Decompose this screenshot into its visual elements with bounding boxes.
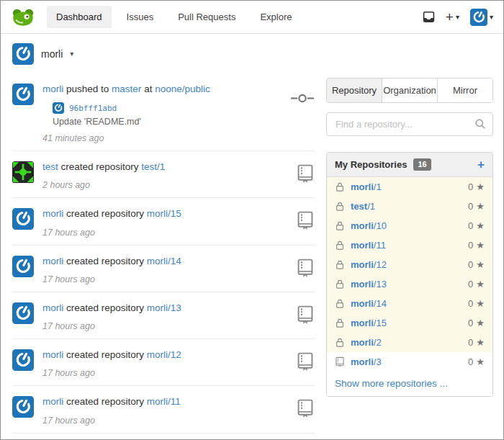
feed-item-create: morli created repository morli/12 17 hou… [12, 338, 315, 385]
nav-item-dashboard[interactable]: Dashboard [47, 6, 112, 28]
feed-timestamp: 17 hours ago [42, 228, 287, 238]
branch-link[interactable]: master [112, 84, 141, 94]
star-icon: ★ [476, 240, 485, 251]
context-username: morli [41, 48, 63, 60]
action-text: created repository [66, 256, 144, 266]
search-icon [474, 118, 486, 130]
feed-timestamp: 17 hours ago [42, 274, 287, 284]
action-text: created repository [66, 396, 144, 407]
repo-search [326, 112, 493, 136]
user-avatar[interactable] [12, 84, 34, 143]
news-feed: morli pushed to master at noone/public 9… [12, 73, 315, 440]
connector-text: at [144, 84, 152, 94]
nav-item-issues[interactable]: Issues [117, 6, 163, 28]
chevron-down-icon: ▾ [70, 50, 73, 58]
star-icon: ★ [476, 279, 485, 289]
lock-icon [335, 279, 345, 289]
tab-organization[interactable]: Organization [382, 78, 437, 102]
feed-timestamp: 41 minutes ago [42, 133, 282, 143]
actor-link[interactable]: morli [42, 302, 63, 313]
feed-item-push: morli pushed to master at noone/public 9… [12, 73, 315, 151]
commit-block: 96bfff1abd Update 'README.md' [53, 102, 282, 127]
action-text: created repository [66, 349, 144, 360]
repo-row[interactable]: morli/1 0★ [327, 177, 492, 197]
repo-link[interactable]: test/1 [141, 161, 165, 172]
repo-book-icon [335, 356, 345, 367]
create-new-menu[interactable]: + ▾ [446, 10, 459, 24]
star-count: 0★ [468, 298, 485, 309]
repo-link[interactable]: morli/11 [147, 396, 181, 407]
actor-link[interactable]: morli [42, 84, 63, 94]
feed-title: morli created repository morli/15 [42, 207, 287, 220]
action-text: created repository [61, 161, 139, 172]
context-switcher[interactable]: morli ▾ [1, 34, 503, 71]
commit-hash-link[interactable]: 96bfff1abd [69, 104, 117, 113]
sidebar: Repository Organization Mirror My Reposi… [326, 73, 493, 397]
repo-link[interactable]: noone/public [155, 84, 210, 94]
dashboard-content: morli pushed to master at noone/public 9… [1, 71, 503, 440]
repo-link[interactable]: morli/15 [147, 208, 181, 219]
star-icon: ★ [476, 201, 485, 212]
feed-item-create: morli created repository morli/14 17 hou… [12, 245, 315, 292]
repo-row[interactable]: morli/14 0★ [327, 294, 492, 313]
actor-link[interactable]: morli [42, 208, 63, 219]
user-avatar[interactable] [12, 208, 34, 237]
repo-row[interactable]: morli/2 0★ [327, 333, 492, 352]
action-text: created repository [66, 208, 144, 219]
search-input[interactable] [326, 112, 493, 136]
repo-book-icon [296, 398, 315, 425]
action-text: pushed to [66, 84, 109, 94]
nav-item-pull-requests[interactable]: Pull Requests [168, 6, 245, 28]
repo-row[interactable]: morli/12 0★ [327, 255, 492, 274]
feed-title: test created repository test/1 [42, 161, 287, 174]
tab-repository[interactable]: Repository [327, 78, 382, 102]
commit-line: 96bfff1abd [53, 102, 282, 114]
star-count: 0★ [468, 220, 485, 231]
star-count: 0★ [468, 356, 485, 367]
feed-item-create: morli created repository morli/11 17 hou… [12, 385, 315, 432]
actor-link[interactable]: morli [42, 349, 63, 360]
actor-link[interactable]: morli [42, 256, 63, 266]
actor-link[interactable]: morli [42, 396, 63, 407]
notifications-icon[interactable] [423, 11, 435, 23]
star-count: 0★ [468, 337, 485, 348]
repo-link[interactable]: morli/13 [147, 302, 181, 313]
user-avatar [470, 9, 487, 26]
lock-icon [335, 259, 345, 270]
repo-link[interactable]: morli/14 [147, 256, 181, 266]
star-count: 0★ [468, 201, 485, 212]
user-menu[interactable]: ▾ [470, 9, 493, 26]
show-more-link[interactable]: Show more repositories ... [335, 378, 448, 389]
my-repositories-panel: My Repositories 16 + morli/1 0★ test/1 0… [326, 152, 493, 397]
feed-timestamp: 2 hours ago [42, 180, 287, 190]
user-avatar[interactable] [12, 302, 34, 331]
lock-icon [335, 318, 345, 328]
feed-title: morli created repository morli/12 [42, 349, 287, 362]
user-avatar[interactable] [12, 256, 34, 284]
repo-row[interactable]: test/1 0★ [327, 197, 492, 216]
top-navbar: Dashboard Issues Pull Requests Explore +… [1, 1, 503, 34]
tab-mirror[interactable]: Mirror [437, 78, 492, 102]
repo-row[interactable]: morli/13 0★ [327, 274, 492, 294]
new-repo-button[interactable]: + [477, 158, 485, 171]
repo-link[interactable]: morli/12 [147, 349, 181, 360]
lock-icon [335, 298, 345, 309]
user-avatar[interactable] [12, 161, 34, 190]
feed-item-create: morli created repository morli/10 17 hou… [12, 433, 315, 440]
repo-row[interactable]: morli/11 0★ [327, 235, 492, 255]
nav-item-explore[interactable]: Explore [251, 6, 301, 28]
repo-row[interactable]: morli/3 0★ [327, 352, 492, 372]
repo-book-icon [296, 258, 315, 284]
star-count: 0★ [468, 240, 485, 251]
user-avatar[interactable] [12, 396, 34, 425]
gogs-logo-icon[interactable] [12, 8, 34, 27]
repo-row[interactable]: morli/10 0★ [327, 216, 492, 235]
feed-body: morli pushed to master at noone/public 9… [42, 83, 282, 143]
actor-link[interactable]: test [42, 161, 58, 172]
plus-icon: + [446, 10, 454, 24]
repo-book-icon [296, 351, 315, 378]
user-avatar[interactable] [12, 349, 34, 378]
lock-icon [335, 201, 345, 212]
feed-title: morli created repository morli/13 [42, 302, 287, 315]
repo-row[interactable]: morli/15 0★ [327, 313, 492, 333]
